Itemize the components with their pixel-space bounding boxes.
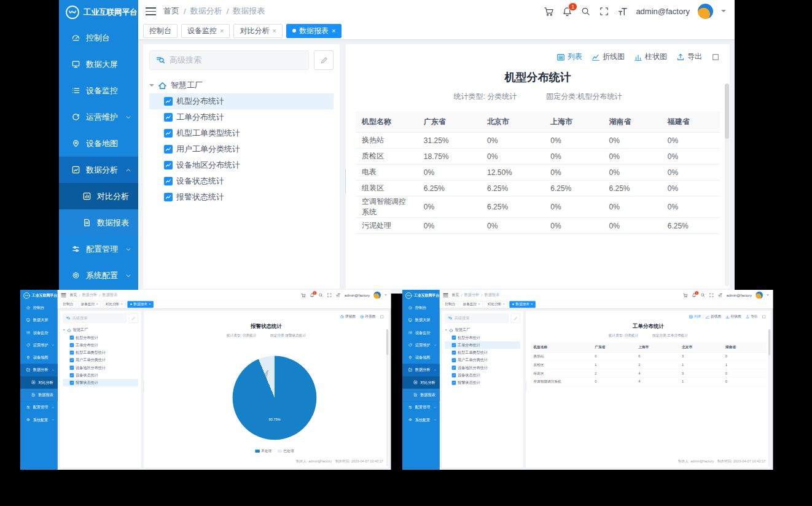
tab-device-monitor[interactable]: 设备监控× <box>460 301 483 308</box>
tab-console[interactable]: 控制台 <box>60 301 76 308</box>
sidebar-item-operation[interactable]: 运营维护 <box>20 339 58 351</box>
sidebar-item-data-analysis[interactable]: 数据分析 <box>20 364 58 376</box>
sidebar-item-console[interactable]: 控制台 <box>20 302 58 314</box>
caret-down-icon[interactable] <box>767 295 769 297</box>
vertical-scrollbar[interactable] <box>768 329 770 466</box>
tree-item-machine-distribution[interactable]: 机型分布统计 <box>63 334 138 341</box>
tree-item-workorder-distribution[interactable]: 工单分布统计 <box>63 341 138 349</box>
sidebar-item-compare-analysis[interactable]: 对比分析 <box>59 183 138 209</box>
table-row[interactable]: 空调智能调控系统0%6.25%0%0%0% <box>356 197 720 218</box>
edit-button[interactable] <box>129 314 138 323</box>
table-row[interactable]: 质检区1211 <box>531 360 766 369</box>
sidebar-item-compare-analysis[interactable]: 对比分析 <box>402 376 440 389</box>
font-size-icon[interactable] <box>336 292 341 297</box>
vertical-scrollbar[interactable] <box>725 84 729 286</box>
sidebar-item-compare-analysis[interactable]: 对比分析 <box>20 376 58 389</box>
view-bar-chart-button[interactable]: 柱状图 <box>725 314 741 319</box>
close-icon[interactable]: × <box>531 303 533 306</box>
sidebar-item-operation[interactable]: 运营维护 <box>402 339 440 351</box>
fullscreen-panel-button[interactable] <box>380 314 385 319</box>
tree-item-alarm-status[interactable]: 报警状态统计 <box>63 379 138 386</box>
table-row[interactable]: 换热站0630 <box>531 352 766 361</box>
vertical-scrollbar[interactable] <box>386 329 388 466</box>
table-row[interactable]: 换热站31.25%0%0%0%0% <box>356 133 720 149</box>
tab-compare-analysis[interactable]: 对比分析× <box>103 301 125 308</box>
fullscreen-icon[interactable] <box>709 292 714 297</box>
table-row[interactable]: 组装区2430 <box>531 369 766 378</box>
close-icon[interactable]: × <box>121 303 123 306</box>
font-size-icon[interactable] <box>617 6 628 17</box>
export-button[interactable]: 导出 <box>746 314 758 319</box>
fullscreen-panel-button[interactable] <box>762 314 767 319</box>
user-email[interactable]: admin@factory <box>345 293 370 297</box>
tree-item-alarm-status[interactable]: 报警状态统计 <box>149 189 334 205</box>
sidebar-item-system-config[interactable]: 系统配置 <box>402 413 440 426</box>
table-row[interactable]: 组装区6.25%6.25%6.25%6.25%0% <box>356 181 720 197</box>
breadcrumb-home[interactable]: 首页 <box>451 292 459 297</box>
fullscreen-icon[interactable] <box>599 6 609 17</box>
breadcrumb-data-analysis[interactable]: 数据分析 <box>190 6 222 17</box>
close-icon[interactable]: × <box>503 303 505 306</box>
tree-item-machine-distribution[interactable]: 机型分布统计 <box>149 93 334 109</box>
table-row[interactable]: 空调智能调控系统0410 <box>531 378 766 386</box>
tree-item-user-workorder-class[interactable]: 用户工单分类统计 <box>63 356 138 364</box>
cart-icon[interactable] <box>301 292 306 297</box>
edit-button[interactable] <box>511 314 520 323</box>
tree-item-machine-workorder-type[interactable]: 机型工单类型统计 <box>63 349 138 356</box>
legend-item-unhandled[interactable]: 未处理 <box>255 448 271 453</box>
sidebar-item-device-monitor[interactable]: 设备监控 <box>20 326 58 338</box>
sidebar-item-config-manage[interactable]: 配置管理 <box>59 236 138 262</box>
tree-item-machine-workorder-type[interactable]: 机型工单类型统计 <box>445 349 520 356</box>
pie-graphic[interactable]: 93.75% 6.25% <box>233 356 317 440</box>
legend-item-handled[interactable]: 已处理 <box>278 448 294 453</box>
tree-item-device-status[interactable]: 设备状态统计 <box>445 372 520 379</box>
sidebar-item-data-report[interactable]: 数据报表 <box>402 389 440 401</box>
advanced-search-input[interactable]: 高级搜索 <box>149 50 309 70</box>
tree-item-machine-workorder-type[interactable]: 机型工单类型统计 <box>149 125 334 141</box>
menu-toggle-icon[interactable] <box>443 293 448 297</box>
sidebar-item-bigscreen[interactable]: 数据大屏 <box>402 314 440 326</box>
caret-down-icon[interactable] <box>385 295 387 297</box>
view-list-button[interactable]: 列表 <box>556 52 582 62</box>
menu-toggle-icon[interactable] <box>146 7 156 15</box>
caret-down-icon[interactable] <box>721 10 726 15</box>
tab-device-monitor[interactable]: 设备监控× <box>78 301 101 308</box>
fullscreen-icon[interactable] <box>327 292 332 297</box>
bell-icon[interactable]: 1 <box>692 292 697 297</box>
tree-item-machine-distribution[interactable]: 机型分布统计 <box>445 334 520 341</box>
tab-console[interactable]: 控制台 <box>442 301 458 308</box>
breadcrumb-data-report[interactable]: 数据报表 <box>485 292 500 297</box>
user-email[interactable]: admin@factory <box>727 293 752 297</box>
export-button[interactable]: 导出 <box>676 52 702 62</box>
breadcrumb-data-analysis[interactable]: 数据分析 <box>464 292 480 297</box>
tab-compare-analysis[interactable]: 对比分析× <box>485 301 507 308</box>
sidebar-item-data-analysis[interactable]: 数据分析 <box>59 157 138 183</box>
tree-root-smart-factory[interactable]: 智慧工厂 <box>63 326 138 333</box>
tab-data-report[interactable]: 数据报表× <box>286 24 342 38</box>
cart-icon[interactable] <box>544 6 554 17</box>
view-pie-chart-button[interactable]: 饼状图 <box>340 314 356 319</box>
sidebar-item-device-map[interactable]: 设备地图 <box>402 351 440 364</box>
breadcrumb-data-report[interactable]: 数据报表 <box>233 6 265 17</box>
caret-down-icon[interactable] <box>63 330 65 332</box>
avatar[interactable] <box>373 292 381 299</box>
tree-item-device-region[interactable]: 设备地区分布统计 <box>63 364 138 372</box>
sidebar-item-console[interactable]: 控制台 <box>59 25 138 51</box>
tree-root-smart-factory[interactable]: 智慧工厂 <box>445 326 520 333</box>
menu-toggle-icon[interactable] <box>61 293 66 297</box>
tree-item-alarm-status[interactable]: 报警状态统计 <box>445 379 520 386</box>
advanced-search-input[interactable]: 高级搜索 <box>63 314 127 323</box>
sidebar-item-device-map[interactable]: 设备地图 <box>20 351 58 364</box>
sidebar-item-operation[interactable]: 运营维护 <box>59 104 138 130</box>
avatar[interactable] <box>755 292 763 299</box>
sidebar-item-data-report[interactable]: 数据报表 <box>20 389 58 401</box>
view-list-button[interactable]: 列表 <box>689 314 701 319</box>
tab-compare-analysis[interactable]: 对比分析× <box>233 24 282 38</box>
search-icon[interactable] <box>580 6 591 17</box>
sidebar-item-device-monitor[interactable]: 设备监控 <box>402 326 440 338</box>
close-icon[interactable]: × <box>272 27 276 34</box>
sidebar-item-bigscreen[interactable]: 数据大屏 <box>20 314 58 326</box>
close-icon[interactable]: × <box>149 303 150 306</box>
bell-icon[interactable]: 1 <box>562 6 572 17</box>
tree-item-device-status[interactable]: 设备状态统计 <box>149 173 334 189</box>
